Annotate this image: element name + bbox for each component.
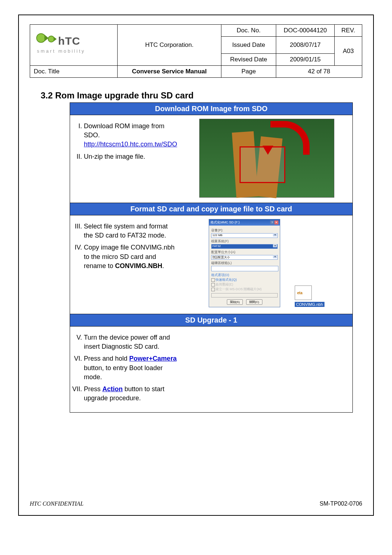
dialog-titlebar: 格式化MMC SD (F:) ? ✕ [209, 219, 280, 226]
revised-date-value: 2009/01/15 [276, 54, 335, 66]
compression-option: 啟用壓縮(E) [211, 282, 278, 287]
block2-header: Format SD card and copy image file to SD… [70, 203, 353, 215]
step-6: Press and hold Power+Camera button, to e… [84, 354, 177, 382]
block1-instructions: Download ROM image from SDO. http://htcs… [70, 115, 181, 203]
block3-instructions: Turn the device power off and insert Dia… [70, 327, 181, 413]
progress-bar [211, 293, 278, 297]
block1-header: Download ROM Image from SDO [70, 103, 353, 115]
arrow-icon [270, 121, 310, 155]
revised-date-label: Revised Date [221, 54, 276, 66]
section-title: 3.2 Rom Image upgrade thru SD card [41, 90, 362, 101]
close-button[interactable]: 關閉(C) [246, 299, 262, 305]
step-4: Copy image file CONVIMG.nbh to the micro… [84, 243, 177, 271]
svg-point-1 [48, 36, 54, 42]
confidential-label: HTC CONFIDENTIAL [30, 501, 83, 507]
alloc-combo[interactable]: 預設配置大小 [211, 255, 278, 260]
capacity-label: 容量(P): [211, 228, 278, 233]
power-camera-link[interactable]: Power+Camera [129, 355, 177, 362]
block3-image [181, 327, 352, 413]
step-3: Select file system and format the SD car… [84, 222, 177, 240]
vol-label: 磁碟區標籤(L) [211, 261, 278, 266]
issued-date-label: Issued Date [221, 37, 276, 54]
step-7: Press Action button to start upgrade pro… [84, 385, 177, 403]
step-1: Download ROM image from SDO. http://htcs… [84, 122, 177, 149]
rev-label: REV. [335, 25, 362, 37]
doc-no-label: Doc. No. [221, 25, 276, 37]
page-footer: HTC CONFIDENTIAL SM-TP002-0706 [30, 501, 362, 507]
step-2: Un-zip the image file. [84, 152, 177, 161]
block1-image [181, 115, 352, 203]
doc-header-table: hTC smart mobility HTC Corporation. Doc.… [30, 24, 362, 78]
step-5: Turn the device power off and insert Dia… [84, 333, 177, 351]
help-icon[interactable]: ? [270, 220, 274, 224]
format-dialog: 格式化MMC SD (F:) ? ✕ 容量(P): 122 MB 檔案系統(F)… [209, 219, 280, 307]
doc-no-value: DOC-00044120 [276, 25, 335, 37]
doc-title-value: Converse Service Manual [118, 66, 221, 78]
file-name-label: CONVIMG.nbh [295, 302, 324, 307]
action-link[interactable]: Action [102, 385, 123, 393]
logo-cell: hTC smart mobility [30, 25, 118, 66]
issued-date-value: 2008/07/17 [276, 37, 335, 54]
page-frame: hTC smart mobility HTC Corporation. Doc.… [18, 15, 374, 516]
sdo-link[interactable]: http://htcscm10.htc.com.tw/SDO [84, 141, 177, 148]
filesystem-combo[interactable]: FAT32 [211, 244, 278, 249]
svg-text:hTC: hTC [58, 35, 80, 47]
capacity-combo[interactable]: 122 MB [211, 233, 278, 238]
logo-tagline: smart mobility [37, 48, 85, 54]
block3-header: SD Upgrade - 1 [70, 314, 353, 327]
fs-label: 檔案系統(F) [211, 239, 278, 244]
htc-logo: hTC smart mobility [34, 31, 103, 58]
rev-value: A03 [335, 37, 362, 66]
format-options-label: 格式選項(O) [211, 273, 278, 278]
start-button[interactable]: 開始(S) [227, 299, 243, 305]
svg-point-0 [37, 33, 45, 42]
doc-title-label: Doc. Title [30, 66, 118, 78]
block2-image: 格式化MMC SD (F:) ? ✕ 容量(P): 122 MB 檔案系統(F)… [181, 215, 352, 314]
page-value: 42 of 78 [276, 66, 362, 78]
content-table: Download ROM Image from SDO Download ROM… [70, 102, 353, 413]
volume-label-input[interactable] [211, 266, 278, 271]
block2-instructions: Select file system and format the SD car… [70, 215, 181, 314]
file-item[interactable]: CONVIMG.nbh [295, 285, 324, 307]
form-number: SM-TP002-0706 [320, 501, 362, 507]
boot-disk-option: 建立一個 MS-DOS 開機磁片(M) [211, 287, 278, 292]
page-label: Page [221, 66, 276, 78]
alloc-label: 配置單位大小(A) [211, 250, 278, 255]
file-icon [295, 285, 312, 300]
circuit-board-image [199, 119, 334, 198]
close-icon[interactable]: ✕ [274, 220, 278, 224]
quick-format-option[interactable]: 快速格式化(Q) [211, 278, 278, 282]
company-name: HTC Corporation. [118, 25, 221, 66]
